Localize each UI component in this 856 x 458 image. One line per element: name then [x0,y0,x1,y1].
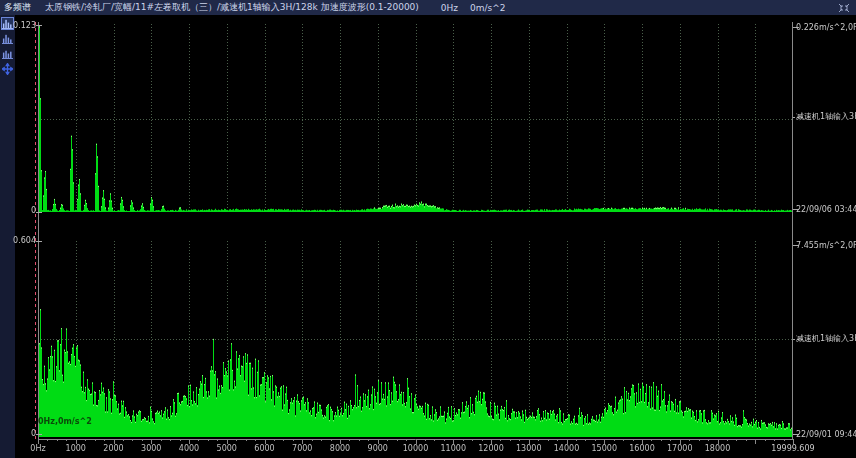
top-chart-scale-label: 0.226m/s^2,0RPM [796,23,856,32]
bottom-chart-ymax-label: 0.604 [6,236,36,245]
bottom-chart-yzero-label: 0 [6,429,36,438]
sidebar-tool-spectrum-2[interactable] [1,32,14,45]
top-chart-yzero-label: 0 [6,206,36,215]
x-tick-label: 11000 [433,444,473,453]
cursor-frequency-readout: 0Hz [441,3,458,13]
x-tick-label: 4000 [169,444,209,453]
x-tick-label: 3000 [131,444,171,453]
x-tick-label: 8000 [320,444,360,453]
x-tick-label: 5000 [207,444,247,453]
sidebar-tool-spectrum-3[interactable] [1,47,14,60]
bottom-spectrum-plot[interactable] [38,240,793,437]
x-tick-label: 1000 [56,444,96,453]
move-cross-icon [2,63,13,75]
top-chart-timestamp: 22/09/06 03:44 [796,205,856,214]
x-tick-label: 9000 [358,444,398,453]
spectrum-chart-icon [2,48,13,59]
bottom-chart-scale-label: 7.455m/s^2,0RPM [796,241,856,250]
cursor-value-readout: 0m/s^2 [470,3,505,13]
spectrum-chart-icon [2,33,13,44]
sidebar-tool-move[interactable] [1,62,14,75]
x-tick-label: 10000 [396,444,436,453]
x-tick-label: 6000 [245,444,285,453]
x-tick-label: 2000 [94,444,134,453]
x-tick-label: 7000 [282,444,322,453]
x-tick-label: 13000 [509,444,549,453]
x-tick-label: 18000 [698,444,738,453]
x-tick-label: 17000 [660,444,700,453]
collapse-icon [838,3,850,13]
x-tick-label: 12000 [471,444,511,453]
x-tick-label: 14000 [547,444,587,453]
x-tick-label: 0Hz [18,444,58,453]
top-chart-channel-label: 减速机1轴输入3H [796,112,856,121]
x-axis-end-label: 19999.609 [760,444,826,453]
measurement-path-title: 太原钢铁/冷轧厂/宽幅/11#左卷取机（三）/减速机1轴输入3H/128k 加速… [45,1,419,14]
collapse-window-button[interactable] [836,2,852,14]
app-title: 多频谱 [4,1,31,14]
frequency-cursor[interactable] [35,22,36,439]
bottom-chart-timestamp: 22/09/01 09:44 [796,430,856,439]
x-tick-label: 15000 [584,444,624,453]
bottom-chart-channel-label: 减速机1轴输入3H [796,334,856,343]
title-bar: 多频谱 太原钢铁/冷轧厂/宽幅/11#左卷取机（三）/减速机1轴输入3H/128… [0,0,856,15]
top-chart-ymax-label: 0.123 [6,21,36,30]
app-window: 多频谱 太原钢铁/冷轧厂/宽幅/11#左卷取机（三）/减速机1轴输入3H/128… [0,0,856,458]
x-tick-label: 16000 [622,444,662,453]
top-spectrum-plot[interactable] [38,22,793,212]
